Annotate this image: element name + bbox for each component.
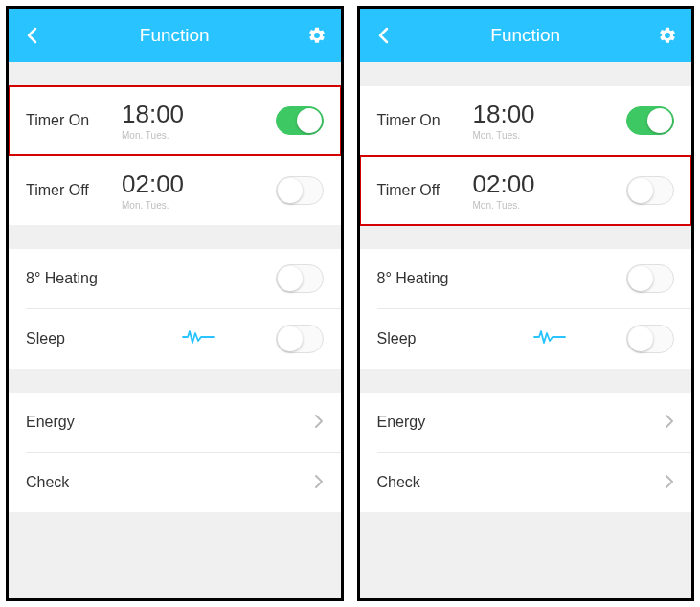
page-title: Function	[43, 25, 306, 46]
row-timer-on[interactable]: Timer On 18:00 Mon. Tues.	[9, 86, 341, 155]
check-label: Check	[26, 474, 314, 491]
row-timer-off[interactable]: Timer Off 02:00 Mon. Tues.	[360, 156, 692, 225]
content-area: Timer On 18:00 Mon. Tues. Timer Off 02:0…	[360, 62, 692, 598]
content-area: Timer On 18:00 Mon. Tues. Timer Off 02:0…	[9, 62, 341, 598]
timer-on-center: 18:00 Mon. Tues.	[473, 101, 627, 141]
timer-on-label: Timer On	[377, 112, 473, 129]
timer-on-label: Timer On	[26, 112, 122, 129]
timer-on-center: 18:00 Mon. Tues.	[122, 101, 276, 141]
chevron-right-icon	[314, 412, 324, 434]
phone-screen-2: Function Timer On 18:00 Mon. Tues. Timer…	[357, 6, 695, 601]
timer-off-toggle[interactable]	[276, 176, 324, 205]
group-timers: Timer On 18:00 Mon. Tues. Timer Off 02:0…	[360, 86, 692, 225]
timer-off-center: 02:00 Mon. Tues.	[122, 170, 276, 211]
group-nav: Energy Check	[9, 393, 341, 512]
chevron-right-icon	[665, 472, 674, 494]
heating-label: 8° Heating	[26, 270, 276, 287]
chevron-right-icon	[665, 412, 674, 434]
back-icon[interactable]	[22, 25, 43, 46]
timer-off-label: Timer Off	[26, 182, 122, 199]
row-energy[interactable]: Energy	[360, 393, 692, 452]
gear-icon[interactable]	[657, 25, 678, 46]
row-heating[interactable]: 8° Heating	[9, 249, 341, 308]
timer-off-toggle[interactable]	[626, 176, 674, 205]
back-icon[interactable]	[373, 25, 395, 46]
timer-on-days: Mon. Tues.	[122, 130, 169, 141]
sleep-label: Sleep	[26, 330, 122, 348]
heating-label: 8° Heating	[377, 270, 627, 287]
timer-off-time: 02:00	[122, 170, 184, 198]
chevron-right-icon	[314, 472, 324, 494]
phone-screen-1: Function Timer On 18:00 Mon. Tues. Timer…	[6, 6, 344, 601]
gear-icon[interactable]	[306, 25, 327, 46]
timer-off-days: Mon. Tues.	[122, 200, 169, 211]
energy-label: Energy	[377, 414, 666, 431]
row-heating[interactable]: 8° Heating	[360, 249, 692, 308]
timer-off-time: 02:00	[473, 170, 535, 198]
group-timers: Timer On 18:00 Mon. Tues. Timer Off 02:0…	[9, 86, 341, 225]
row-check[interactable]: Check	[360, 453, 692, 512]
sleep-toggle[interactable]	[276, 325, 324, 353]
group-modes: 8° Heating Sleep	[360, 249, 692, 369]
wave-icon	[182, 328, 215, 349]
app-header: Function	[9, 9, 341, 62]
app-header: Function	[360, 9, 692, 62]
energy-label: Energy	[26, 414, 314, 431]
timer-on-toggle[interactable]	[626, 106, 674, 135]
row-timer-on[interactable]: Timer On 18:00 Mon. Tues.	[360, 86, 692, 155]
group-modes: 8° Heating Sleep	[9, 249, 341, 369]
timer-off-center: 02:00 Mon. Tues.	[473, 170, 627, 211]
group-nav: Energy Check	[360, 393, 692, 512]
wave-icon	[533, 328, 566, 349]
check-label: Check	[377, 474, 666, 491]
row-energy[interactable]: Energy	[9, 393, 341, 452]
row-sleep[interactable]: Sleep	[9, 309, 341, 369]
row-timer-off[interactable]: Timer Off 02:00 Mon. Tues.	[9, 156, 341, 225]
timer-on-time: 18:00	[122, 101, 184, 128]
timer-on-time: 18:00	[473, 101, 535, 128]
row-sleep[interactable]: Sleep	[360, 309, 692, 369]
row-check[interactable]: Check	[9, 453, 341, 512]
timer-on-days: Mon. Tues.	[473, 130, 520, 141]
sleep-label: Sleep	[377, 330, 473, 348]
timer-off-days: Mon. Tues.	[473, 200, 520, 211]
heating-toggle[interactable]	[626, 264, 674, 293]
timer-off-label: Timer Off	[377, 182, 473, 199]
sleep-toggle[interactable]	[626, 325, 674, 353]
timer-on-toggle[interactable]	[276, 106, 324, 135]
page-title: Function	[395, 25, 658, 46]
heating-toggle[interactable]	[276, 264, 324, 293]
